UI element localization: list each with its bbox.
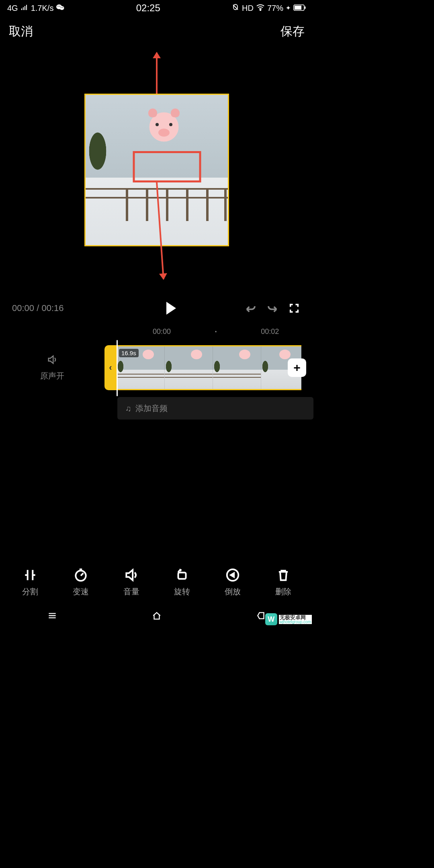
reverse-label: 倒放: [225, 586, 241, 597]
battery-icon: [293, 4, 306, 13]
svg-point-6: [260, 9, 261, 10]
edit-toolbar: 分割 变速 音量 旋转 倒放 删除: [0, 566, 313, 597]
status-bar: 4G 1.7K/s 02:25 HD 77% ✦: [0, 0, 313, 16]
total-time: 00:16: [41, 303, 63, 313]
video-preview[interactable]: [84, 47, 229, 293]
battery-percent: 77%: [267, 4, 283, 13]
selected-clip-frame[interactable]: [84, 94, 229, 246]
split-label: 分割: [22, 586, 38, 597]
speed-button[interactable]: 变速: [73, 566, 89, 597]
ruler-mark: 00:00: [153, 328, 171, 336]
svg-rect-9: [305, 6, 306, 9]
svg-point-1: [60, 6, 64, 10]
rotate-icon: [174, 567, 190, 583]
playback-time: 00:00 / 00:16: [12, 303, 157, 313]
current-time: 00:00: [12, 303, 34, 313]
delete-label: 删除: [275, 586, 291, 597]
watermark-en: wjhotelgroup.com: [279, 620, 312, 624]
volume-icon: [124, 567, 139, 583]
network-type: 4G: [7, 4, 18, 13]
add-audio-label: 添加音频: [135, 403, 168, 414]
undo-button[interactable]: [244, 301, 258, 315]
wifi-icon: [256, 4, 265, 13]
playback-controls: 00:00 / 00:16: [0, 296, 313, 320]
svg-point-3: [59, 6, 60, 6]
speed-label: 变速: [73, 586, 89, 597]
ruler-dot: •: [215, 329, 217, 335]
nav-recent-button[interactable]: [45, 609, 60, 622]
watermark-cn: 无极安卓网: [279, 615, 312, 620]
sound-label: 原声开: [40, 371, 64, 380]
svg-rect-11: [178, 573, 186, 579]
mute-icon: [231, 3, 240, 13]
fullscreen-icon: [289, 303, 300, 314]
clip-thumbnail[interactable]: [165, 346, 213, 389]
speed-icon: [73, 567, 88, 583]
split-icon: [23, 567, 38, 583]
reverse-icon: [225, 567, 240, 583]
save-button[interactable]: 保存: [280, 23, 305, 40]
redo-icon: [266, 302, 278, 314]
reverse-button[interactable]: 倒放: [225, 566, 241, 597]
wechat-icon: [56, 3, 65, 13]
playhead[interactable]: [117, 340, 118, 396]
delete-button[interactable]: 删除: [275, 566, 291, 597]
network-speed: 1.7K/s: [31, 4, 54, 13]
clip-thumbnail[interactable]: 16.9s: [117, 346, 165, 389]
svg-point-2: [58, 6, 59, 6]
speaker-icon: [0, 354, 104, 368]
charging-icon: ✦: [286, 4, 291, 12]
home-icon: [151, 610, 163, 621]
timeline[interactable]: 原声开 ‹ 16.9s +: [0, 346, 313, 390]
pig-sticker: [146, 111, 182, 143]
hd-label: HD: [242, 4, 254, 13]
ruler-mark: 00:02: [261, 328, 279, 336]
music-icon: ♫: [125, 404, 131, 413]
timeline-ruler: 00:00 • 00:02 •: [0, 328, 313, 336]
watermark: W 无极安卓网 wjhotelgroup.com: [265, 613, 312, 625]
play-icon: [166, 302, 176, 315]
clip-handle-left[interactable]: ‹: [104, 345, 117, 390]
watermark-logo: W: [265, 613, 277, 625]
svg-point-5: [62, 7, 63, 8]
annotation-box: [133, 151, 201, 182]
undo-icon: [245, 302, 257, 314]
fullscreen-button[interactable]: [287, 301, 301, 315]
volume-button[interactable]: 音量: [123, 566, 139, 597]
clip-thumbnail[interactable]: [213, 346, 261, 389]
time-separator: /: [37, 303, 39, 313]
volume-label: 音量: [123, 586, 139, 597]
signal-icon: [20, 4, 29, 13]
rotate-button[interactable]: 旋转: [174, 566, 190, 597]
nav-home-button[interactable]: [149, 609, 164, 622]
split-button[interactable]: 分割: [22, 566, 38, 597]
redo-button[interactable]: [265, 301, 280, 315]
cancel-button[interactable]: 取消: [9, 23, 33, 40]
svg-point-4: [61, 7, 61, 8]
clock: 02:25: [136, 2, 160, 14]
svg-rect-8: [295, 6, 301, 10]
play-button[interactable]: [164, 301, 178, 315]
original-sound-toggle[interactable]: 原声开: [0, 354, 104, 381]
add-clip-button[interactable]: +: [288, 358, 306, 377]
trash-icon: [276, 567, 291, 583]
add-audio-button[interactable]: ♫ 添加音频: [117, 397, 313, 420]
clip-track[interactable]: 16.9s: [117, 345, 301, 390]
hamburger-icon: [46, 610, 58, 621]
rotate-label: 旋转: [174, 586, 190, 597]
